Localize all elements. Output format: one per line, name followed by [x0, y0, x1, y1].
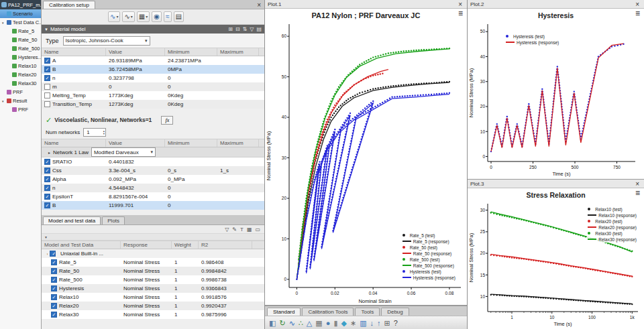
delete-icon[interactable]: ▭ — [255, 226, 260, 233]
column-header[interactable]: Maximum — [217, 139, 259, 147]
param-min[interactable]: 0 — [165, 194, 217, 200]
param-min[interactable]: 0 — [165, 202, 217, 208]
column-header[interactable]: Minimum — [165, 139, 217, 147]
checkbox[interactable]: ✓ — [44, 159, 50, 165]
param-value[interactable]: 3.3e-004_s — [106, 168, 165, 174]
param-min[interactable]: 0 — [165, 185, 217, 191]
param-value[interactable]: 0.092_MPa — [106, 176, 165, 182]
close-icon[interactable]: × — [633, 1, 641, 8]
test-data-row-rate_50[interactable]: ✓Rate_50Nominal Stress10.9984842 — [42, 267, 264, 275]
param-row-sratio[interactable]: ✓SRATIO0.4401832 — [42, 157, 264, 166]
list-icon[interactable]: ▤ — [256, 26, 262, 32]
expand-all-icon[interactable]: ⊞ — [228, 26, 233, 32]
mesh-cube-icon[interactable]: ▦ — [315, 318, 322, 328]
param-row-b[interactable]: ✓B11999.7010 — [42, 201, 264, 210]
tree-item-test-data-c-[interactable]: ▾Test Data C... — [0, 18, 41, 27]
network-law-select[interactable]: Modified Darveaux ▾ — [91, 147, 156, 157]
test-data-row-rate_500[interactable]: ✓Rate_500Nominal Stress10.9986738 — [42, 275, 264, 284]
checkbox[interactable]: ✓ — [51, 268, 57, 274]
edit-icon[interactable]: ✎ — [232, 226, 237, 233]
param-min[interactable]: 0_MPa — [165, 176, 217, 182]
column-header[interactable]: R2 — [199, 241, 252, 249]
column-header[interactable]: Value — [106, 139, 165, 147]
param-max[interactable]: 1_s — [217, 168, 259, 174]
tab-debug[interactable]: Debug — [381, 308, 409, 316]
checkbox[interactable]: ✓ — [44, 58, 50, 64]
export-icon[interactable]: ↓ — [370, 318, 374, 328]
expand-icon[interactable]: ▾ — [2, 21, 5, 25]
line-chart-icon[interactable]: △ — [307, 318, 312, 328]
test-data-row-relax10[interactable]: ✓Relax10Nominal Stress10.9918576 — [42, 293, 264, 302]
param-min[interactable]: 0Kdeg — [165, 92, 217, 98]
tab-plots[interactable]: Plots — [102, 216, 125, 224]
test-data-row-relax20[interactable]: ✓Relax20Nominal Stress10.9920437 — [42, 302, 264, 310]
column-header[interactable]: Model and Test Data — [42, 241, 121, 249]
param-row-alpha[interactable]: ✓Alpha0.092_MPa0_MPa — [42, 175, 264, 184]
tree-item-hysteres-[interactable]: Hysteres... — [0, 53, 41, 62]
close-icon[interactable]: × — [255, 1, 263, 9]
weight-cell[interactable]: 1 — [172, 312, 199, 318]
weight-cell[interactable]: 1 — [172, 268, 199, 274]
gear-icon[interactable]: ∗ — [350, 318, 356, 328]
param-min[interactable]: 0 — [165, 84, 217, 90]
param-row-n[interactable]: ✓n0.32377980 — [42, 74, 264, 82]
param-min[interactable]: 0MPa — [165, 66, 217, 72]
collapse-icon[interactable]: ▼ — [44, 27, 48, 31]
close-icon[interactable]: × — [456, 1, 464, 8]
column-header[interactable]: Minimum — [165, 48, 217, 56]
column-header[interactable]: Name — [42, 139, 106, 147]
fx-button[interactable]: fx — [161, 116, 173, 125]
cylinder-icon[interactable]: ▮ — [333, 318, 337, 328]
expand-icon[interactable]: ▾ — [44, 252, 48, 256]
param-value[interactable]: 4.5448432 — [106, 185, 165, 191]
checkbox[interactable]: ✓ — [44, 168, 50, 174]
wave-icon[interactable]: ≈ — [164, 11, 172, 22]
chart-icon[interactable]: ▤ — [174, 11, 184, 22]
checkbox[interactable]: ✓ — [51, 285, 57, 291]
filter-icon[interactable]: ▽ — [225, 226, 229, 233]
expand-icon[interactable]: ▸ — [48, 150, 50, 155]
import-icon[interactable]: ↑ — [377, 318, 381, 328]
material-model-section-header[interactable]: ▼ Material model ⊞⊟⇅▽▤ — [42, 25, 264, 34]
column-header[interactable]: Response — [121, 241, 172, 249]
num-networks-spinner[interactable]: 1 ▴▾ — [83, 128, 106, 137]
checkbox[interactable]: ✓ — [44, 202, 50, 208]
plot-menu-icon[interactable]: ≡ — [635, 190, 640, 196]
param-value[interactable]: 1273Kdeg — [106, 101, 165, 107]
material-type-select[interactable]: Isotropic, Johnson-Cook ▾ — [63, 36, 150, 46]
spinner-arrows-icon[interactable]: ▴▾ — [103, 130, 105, 135]
sort-icon[interactable]: ⇅ — [243, 26, 248, 32]
close-icon[interactable]: × — [633, 180, 641, 188]
test-data-row-hysteresis[interactable]: ✓HysteresisNominal Stress10.9366843 — [42, 284, 264, 293]
recalibrate-icon[interactable]: ↻ — [279, 318, 285, 328]
param-row-a[interactable]: ✓A26.93189MPa24.23871MPa — [42, 56, 264, 65]
checkbox[interactable]: ✓ — [51, 259, 57, 265]
histogram-icon[interactable]: ▥ — [360, 318, 366, 328]
param-value[interactable]: 1773Kdeg — [106, 92, 165, 98]
help-icon[interactable]: ? — [394, 318, 398, 328]
checkbox[interactable]: ✓ — [44, 194, 50, 200]
param-min[interactable]: 24.23871MPa — [165, 58, 217, 64]
tab-model-and-test-data[interactable]: Model and test data — [43, 216, 101, 224]
plot-options-button[interactable]: ∿▾ — [122, 11, 134, 22]
checkbox[interactable]: ✓ — [44, 185, 50, 191]
checkbox[interactable]: ✓ — [51, 312, 57, 318]
weight-cell[interactable]: 1 — [172, 294, 199, 300]
column-header[interactable]: Value — [106, 48, 165, 56]
cube-icon[interactable]: ◧ — [269, 318, 276, 328]
plot-menu-icon[interactable]: ≡ — [458, 10, 463, 17]
param-row-b[interactable]: ✓B36.72458MPa0MPa — [42, 65, 264, 74]
tree-item-prf[interactable]: PRF — [0, 105, 41, 114]
tree-item-rate-50[interactable]: Rate_50 — [0, 36, 41, 44]
param-min[interactable]: 0Kdeg — [165, 101, 217, 107]
param-value[interactable]: 36.72458MPa — [106, 66, 165, 72]
checkbox[interactable]: ✓ — [50, 251, 56, 257]
weight-cell[interactable]: 1 — [172, 259, 199, 265]
tab-calibration-setup[interactable]: Calibration setup — [43, 1, 95, 9]
param-value[interactable]: 0.4401832 — [106, 159, 165, 165]
test-data-group-row[interactable]: ▾✓Uniaxial Built-in ... — [42, 249, 264, 258]
tree-item-relax20[interactable]: Relax20 — [0, 70, 41, 79]
checkbox[interactable] — [44, 92, 50, 98]
tree-item-prf[interactable]: PRF — [0, 88, 41, 96]
checkbox[interactable]: ✓ — [44, 75, 50, 81]
